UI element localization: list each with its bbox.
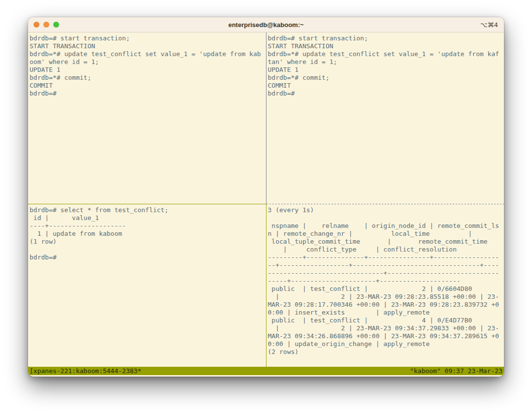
app-window: enterprisedb@kaboom:~ ⌥⌘4 bdrdb=# start … [28,17,504,377]
close-button[interactable] [33,22,39,28]
pane-bottom-left[interactable]: bdrdb=# select * from test_conflict; id … [28,204,266,367]
traffic-lights [28,22,59,28]
pane-bottom-left-text: bdrdb=# select * from test_conflict; id … [30,206,266,261]
tmux-session-window-list[interactable]: [xpanes-221:kaboom:5444-2383* [30,367,141,375]
pane-bottom-right[interactable]: 3 (every 1s) nspname | relname | origin_… [266,204,504,367]
minimize-button[interactable] [43,22,49,28]
pane-top-right-text: bdrdb=# start transaction; START TRANSAC… [268,34,504,97]
keyboard-shortcut-hint: ⌥⌘4 [480,21,498,29]
tmux-status-clock: "kaboom" 09:37 23-Mar-23 [410,367,502,375]
terminal-area: bdrdb=# start transaction; START TRANSAC… [28,32,504,367]
zoom-button[interactable] [53,22,59,28]
pane-bottom-right-text: 3 (every 1s) nspname | relname | origin_… [268,206,504,356]
pane-top-right[interactable]: bdrdb=# start transaction; START TRANSAC… [266,32,504,204]
window-titlebar[interactable]: enterprisedb@kaboom:~ ⌥⌘4 [28,17,504,32]
pane-top-left-text: bdrdb=# start transaction; START TRANSAC… [30,34,266,97]
window-title: enterprisedb@kaboom:~ [28,21,504,29]
pane-top-left[interactable]: bdrdb=# start transaction; START TRANSAC… [28,32,266,204]
tmux-status-bar: [xpanes-221:kaboom:5444-2383* "kaboom" 0… [28,367,504,375]
